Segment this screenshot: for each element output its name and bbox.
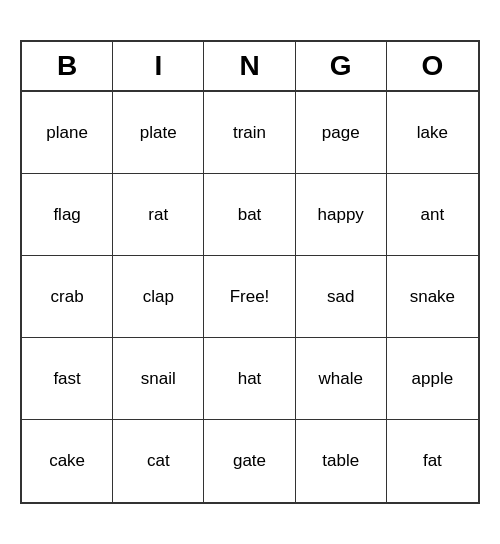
bingo-cell[interactable]: fast <box>22 338 113 420</box>
bingo-cell[interactable]: lake <box>387 92 478 174</box>
bingo-cell[interactable]: snail <box>113 338 204 420</box>
bingo-cell[interactable]: snake <box>387 256 478 338</box>
bingo-cell[interactable]: Free! <box>204 256 295 338</box>
bingo-cell[interactable]: gate <box>204 420 295 502</box>
bingo-card: BINGO planeplatetrainpagelakeflagratbath… <box>20 40 480 504</box>
bingo-cell[interactable]: whale <box>296 338 387 420</box>
bingo-grid: planeplatetrainpagelakeflagratbathappyan… <box>22 92 478 502</box>
bingo-cell[interactable]: apple <box>387 338 478 420</box>
bingo-header: BINGO <box>22 42 478 92</box>
bingo-cell[interactable]: cake <box>22 420 113 502</box>
bingo-cell[interactable]: ant <box>387 174 478 256</box>
bingo-cell[interactable]: table <box>296 420 387 502</box>
header-letter: B <box>22 42 113 90</box>
bingo-cell[interactable]: clap <box>113 256 204 338</box>
bingo-cell[interactable]: hat <box>204 338 295 420</box>
bingo-cell[interactable]: plane <box>22 92 113 174</box>
bingo-cell[interactable]: fat <box>387 420 478 502</box>
bingo-cell[interactable]: crab <box>22 256 113 338</box>
bingo-cell[interactable]: sad <box>296 256 387 338</box>
header-letter: G <box>296 42 387 90</box>
bingo-cell[interactable]: flag <box>22 174 113 256</box>
bingo-cell[interactable]: cat <box>113 420 204 502</box>
bingo-cell[interactable]: happy <box>296 174 387 256</box>
bingo-cell[interactable]: bat <box>204 174 295 256</box>
bingo-cell[interactable]: plate <box>113 92 204 174</box>
header-letter: O <box>387 42 478 90</box>
bingo-cell[interactable]: page <box>296 92 387 174</box>
header-letter: N <box>204 42 295 90</box>
bingo-cell[interactable]: train <box>204 92 295 174</box>
bingo-cell[interactable]: rat <box>113 174 204 256</box>
header-letter: I <box>113 42 204 90</box>
